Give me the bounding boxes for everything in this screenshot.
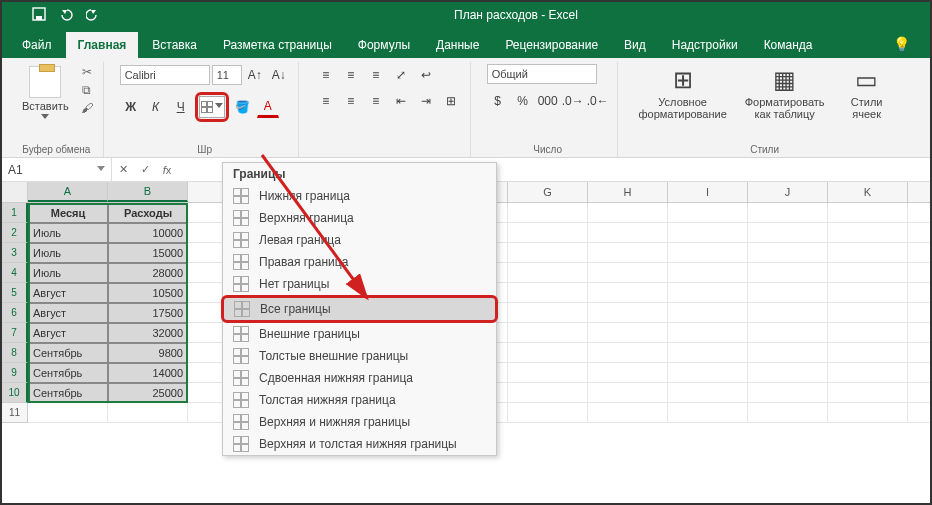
- format-painter-icon[interactable]: 🖌: [79, 100, 95, 116]
- row-header[interactable]: 9: [2, 363, 28, 383]
- cell[interactable]: [668, 303, 748, 323]
- col-header[interactable]: L: [908, 182, 932, 202]
- font-color-button[interactable]: A: [257, 96, 279, 118]
- name-box[interactable]: A1: [2, 158, 112, 181]
- cell[interactable]: 25000: [108, 383, 188, 403]
- align-top-icon[interactable]: ≡: [315, 64, 337, 86]
- tab-team[interactable]: Команда: [752, 32, 825, 58]
- cell[interactable]: [908, 283, 932, 303]
- cell[interactable]: [748, 323, 828, 343]
- border-menu-item[interactable]: Толстые внешние границы: [223, 345, 496, 367]
- tab-review[interactable]: Рецензирование: [493, 32, 610, 58]
- cell[interactable]: [508, 243, 588, 263]
- cell[interactable]: [908, 243, 932, 263]
- cell[interactable]: [828, 323, 908, 343]
- indent-increase-icon[interactable]: ⇥: [415, 90, 437, 112]
- cell[interactable]: [908, 303, 932, 323]
- wrap-text-icon[interactable]: ↩: [415, 64, 437, 86]
- cell[interactable]: [828, 363, 908, 383]
- fill-color-button[interactable]: 🪣: [232, 96, 254, 118]
- cell[interactable]: [828, 263, 908, 283]
- border-menu-item[interactable]: Верхняя граница: [223, 207, 496, 229]
- cell[interactable]: [508, 403, 588, 423]
- cell[interactable]: [748, 403, 828, 423]
- tab-addins[interactable]: Надстройки: [660, 32, 750, 58]
- confirm-icon[interactable]: ✓: [134, 163, 156, 176]
- tab-data[interactable]: Данные: [424, 32, 491, 58]
- tab-file[interactable]: Файл: [10, 32, 64, 58]
- row-header[interactable]: 10: [2, 383, 28, 403]
- copy-icon[interactable]: ⧉: [79, 82, 95, 98]
- cell[interactable]: [828, 223, 908, 243]
- cell[interactable]: 9800: [108, 343, 188, 363]
- border-menu-item[interactable]: Внешние границы: [223, 323, 496, 345]
- cell[interactable]: [748, 283, 828, 303]
- tab-layout[interactable]: Разметка страницы: [211, 32, 344, 58]
- cell[interactable]: Август: [28, 283, 108, 303]
- cell[interactable]: [748, 223, 828, 243]
- format-as-table-button[interactable]: ▦ Форматировать как таблицу: [736, 64, 834, 122]
- cell[interactable]: [748, 383, 828, 403]
- cell[interactable]: [828, 203, 908, 223]
- decrease-font-icon[interactable]: A↓: [268, 64, 290, 86]
- cell[interactable]: [908, 343, 932, 363]
- indent-decrease-icon[interactable]: ⇤: [390, 90, 412, 112]
- col-header[interactable]: H: [588, 182, 668, 202]
- tab-view[interactable]: Вид: [612, 32, 658, 58]
- cell[interactable]: 10500: [108, 283, 188, 303]
- row-header[interactable]: 8: [2, 343, 28, 363]
- cell[interactable]: [508, 223, 588, 243]
- tab-insert[interactable]: Вставка: [140, 32, 209, 58]
- border-menu-item[interactable]: Правая граница: [223, 251, 496, 273]
- border-menu-item[interactable]: Левая граница: [223, 229, 496, 251]
- bold-button[interactable]: Ж: [120, 96, 142, 118]
- cell[interactable]: [908, 263, 932, 283]
- cell[interactable]: [908, 403, 932, 423]
- cell[interactable]: 17500: [108, 303, 188, 323]
- border-menu-item[interactable]: Толстая нижняя граница: [223, 389, 496, 411]
- row-header[interactable]: 7: [2, 323, 28, 343]
- help-icon[interactable]: 💡: [881, 30, 922, 58]
- cell[interactable]: [588, 243, 668, 263]
- cell[interactable]: [668, 383, 748, 403]
- cell[interactable]: [588, 263, 668, 283]
- col-header[interactable]: I: [668, 182, 748, 202]
- cell[interactable]: [748, 363, 828, 383]
- cell[interactable]: 15000: [108, 243, 188, 263]
- cell[interactable]: Июль: [28, 223, 108, 243]
- border-menu-item[interactable]: Сдвоенная нижняя граница: [223, 367, 496, 389]
- increase-decimal-icon[interactable]: .0→: [562, 90, 584, 112]
- cell[interactable]: [508, 283, 588, 303]
- cell[interactable]: [908, 383, 932, 403]
- redo-icon[interactable]: [86, 7, 102, 24]
- cell[interactable]: Сентябрь: [28, 343, 108, 363]
- align-right-icon[interactable]: ≡: [365, 90, 387, 112]
- cell[interactable]: [588, 363, 668, 383]
- cell[interactable]: [908, 223, 932, 243]
- border-menu-item[interactable]: Верхняя и толстая нижняя границы: [223, 433, 496, 455]
- increase-font-icon[interactable]: A↑: [244, 64, 266, 86]
- cell[interactable]: [28, 403, 108, 423]
- row-header[interactable]: 2: [2, 223, 28, 243]
- merge-icon[interactable]: ⊞: [440, 90, 462, 112]
- cell[interactable]: [508, 343, 588, 363]
- cell[interactable]: [828, 403, 908, 423]
- cell[interactable]: [828, 303, 908, 323]
- cell[interactable]: [668, 243, 748, 263]
- cell[interactable]: [668, 363, 748, 383]
- cell[interactable]: [828, 283, 908, 303]
- cell[interactable]: Август: [28, 303, 108, 323]
- cell[interactable]: Август: [28, 323, 108, 343]
- border-menu-item[interactable]: Нижняя граница: [223, 185, 496, 207]
- cell[interactable]: [588, 203, 668, 223]
- cell[interactable]: [668, 403, 748, 423]
- cell[interactable]: [668, 343, 748, 363]
- cell[interactable]: 28000: [108, 263, 188, 283]
- col-header[interactable]: B: [108, 182, 188, 202]
- font-name-combo[interactable]: Calibri: [120, 65, 210, 85]
- cut-icon[interactable]: ✂: [79, 64, 95, 80]
- col-header[interactable]: J: [748, 182, 828, 202]
- col-header[interactable]: K: [828, 182, 908, 202]
- conditional-formatting-button[interactable]: ⊞ Условное форматирование: [634, 64, 732, 122]
- cell[interactable]: [508, 303, 588, 323]
